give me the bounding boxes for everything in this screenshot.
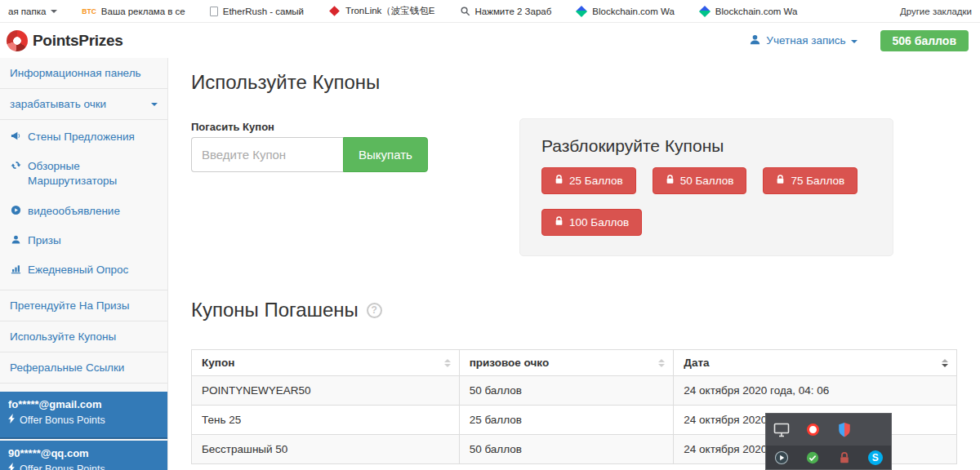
- cell-coupon: POINTYNEWYEAR50: [192, 376, 460, 406]
- redeem-input-group: Выкупать: [191, 137, 428, 172]
- chevron-down-icon: [151, 103, 158, 106]
- tray-row: S: [766, 446, 891, 469]
- refresh-icon: [11, 160, 21, 173]
- cell-points: 50 баллов: [459, 376, 674, 406]
- skype-icon[interactable]: S: [868, 450, 883, 465]
- sidebar-item-label: Реферальные Ссылки: [10, 361, 124, 374]
- bookmark-item[interactable]: Нажмите 2 Зараб: [460, 6, 552, 16]
- unlock-100-button[interactable]: 100 Баллов: [541, 209, 642, 236]
- checkmark-icon[interactable]: [806, 451, 819, 464]
- lock-icon: [776, 175, 785, 187]
- referral-email: 90*****@qq.com: [8, 447, 159, 459]
- lock-icon[interactable]: [839, 451, 850, 464]
- help-icon[interactable]: ?: [367, 303, 382, 318]
- sidebar-item-prizes[interactable]: Призы: [0, 226, 167, 255]
- megaphone-icon: [11, 131, 21, 144]
- coupon-input[interactable]: [191, 137, 343, 172]
- referral-entry[interactable]: 90*****@qq.com Offer Bonus Points: [0, 441, 167, 470]
- sort-desc-icon: [942, 359, 948, 367]
- cell-points: 50 баллов: [459, 435, 674, 464]
- bookmark-label: Нажмите 2 Зараб: [475, 7, 552, 16]
- user-icon: [11, 234, 21, 247]
- referral-entry[interactable]: fo*****@gmail.com Offer Bonus Points: [0, 392, 167, 439]
- column-label: Купон: [202, 357, 234, 369]
- sort-icon: [658, 359, 665, 367]
- sidebar-item-label: Призы: [28, 233, 61, 248]
- unlock-button-label: 50 Баллов: [680, 175, 734, 187]
- unlock-75-button[interactable]: 75 Баллов: [763, 167, 858, 194]
- bolt-icon: [8, 463, 16, 470]
- cell-points: 25 баллов: [459, 406, 674, 435]
- column-header-date[interactable]: Дата: [674, 350, 957, 376]
- bolt-icon: [8, 414, 16, 426]
- bookmarks-bar: ая папка BTC Ваша реклама в се EtherRush…: [0, 0, 980, 23]
- pointsprizes-logo-icon: [7, 30, 28, 51]
- referral-email: fo*****@gmail.com: [8, 398, 159, 410]
- unlock-50-button[interactable]: 50 Баллов: [653, 167, 747, 194]
- display-icon[interactable]: [773, 422, 791, 438]
- referral-note-label: Offer Bonus Points: [20, 415, 105, 426]
- media-play-icon[interactable]: [774, 450, 789, 465]
- sidebar-item-dashboard[interactable]: Информационная панель: [0, 58, 167, 89]
- account-menu[interactable]: Учетная запись: [749, 33, 857, 48]
- column-label: призовое очко: [470, 357, 550, 369]
- lock-icon: [666, 175, 675, 187]
- bookmark-label: Blockchain.com Wa: [592, 7, 675, 16]
- opera-icon[interactable]: [807, 423, 819, 436]
- column-header-coupon[interactable]: Купон: [192, 350, 460, 376]
- redeem-coupon-label: Погасить Купон: [191, 121, 274, 133]
- bookmark-label: Blockchain.com Wa: [715, 7, 798, 16]
- sidebar-item-earn-points[interactable]: зарабатывать очки: [0, 89, 167, 120]
- colored-grid-icon[interactable]: [868, 423, 882, 437]
- btc-icon: BTC: [82, 7, 96, 16]
- sidebar-item-video-ads[interactable]: видеообъявление: [0, 197, 167, 226]
- lock-icon: [555, 175, 564, 187]
- sidebar-item-offer-walls[interactable]: Стены Предложения: [0, 122, 167, 152]
- sidebar-item-label: зарабатывать очки: [10, 98, 106, 110]
- redeem-button[interactable]: Выкупать: [343, 137, 428, 172]
- table-header-row: Купон призовое очко Дата: [192, 350, 957, 376]
- sidebar-item-referral-links[interactable]: Реферальные Ссылки: [0, 352, 167, 384]
- unlock-25-button[interactable]: 25 Баллов: [541, 167, 636, 194]
- search-icon: [460, 6, 470, 16]
- bookmark-item[interactable]: Blockchain.com Wa: [576, 7, 675, 16]
- column-label: Дата: [684, 357, 709, 369]
- account-label: Учетная запись: [766, 34, 845, 47]
- document-icon: [210, 7, 218, 16]
- sidebar-item-label: Используйте Купоны: [10, 330, 116, 343]
- shield-icon[interactable]: [837, 422, 852, 438]
- chart-icon: [11, 264, 21, 277]
- bookmark-label: ая папка: [8, 7, 46, 16]
- sidebar-item-survey-routers[interactable]: Обзорные Маршрутизаторы: [0, 152, 167, 196]
- redeemed-coupons-title: Купоны Погашены ?: [191, 299, 382, 321]
- chevron-down-icon: [851, 40, 858, 43]
- sidebar-item-label: видеообъявление: [28, 204, 120, 219]
- bookmark-item[interactable]: EtherRush - самый: [210, 7, 304, 16]
- bookmark-item[interactable]: BTC Ваша реклама в се: [82, 7, 185, 16]
- sidebar-item-use-coupons[interactable]: Используйте Купоны: [0, 321, 167, 352]
- brand-logo[interactable]: PointsPrizes: [7, 30, 122, 51]
- bookmark-item[interactable]: Blockchain.com Wa: [699, 7, 798, 16]
- sidebar-item-claim-prizes[interactable]: Претендуйте На Призы: [0, 290, 167, 321]
- sidebar-item-label: Стены Предложения: [28, 130, 135, 144]
- points-balance-badge[interactable]: 506 баллов: [880, 30, 969, 51]
- tray-row: [766, 414, 891, 446]
- sidebar: Информационная панель зарабатывать очки …: [0, 58, 168, 470]
- other-bookmarks-button[interactable]: Другие закладки: [900, 7, 972, 16]
- referral-note-label: Offer Bonus Points: [20, 463, 105, 470]
- unlock-coupons-card: Разблокируйте Купоны 25 Баллов 50 Баллов…: [519, 118, 893, 256]
- unlock-button-label: 25 Баллов: [569, 175, 623, 187]
- system-tray-flyout: S: [765, 413, 892, 470]
- bookmark-folder[interactable]: ая папка: [8, 7, 57, 16]
- sidebar-item-label: Информационная панель: [10, 67, 141, 79]
- redeemed-coupons-title-label: Купоны Погашены: [191, 299, 359, 321]
- bookmark-item[interactable]: TronLink（波宝钱包E: [328, 5, 435, 17]
- page-title: Используйте Купоны: [191, 71, 380, 94]
- sidebar-item-label: Обзорные Маршрутизаторы: [28, 159, 150, 188]
- lock-icon: [555, 216, 564, 228]
- sidebar-item-daily-poll[interactable]: Ежедневный Опрос: [0, 255, 167, 285]
- cell-coupon: Тень 25: [192, 406, 460, 435]
- referral-note: Offer Bonus Points: [8, 414, 159, 426]
- column-header-points[interactable]: призовое очко: [459, 350, 674, 376]
- tronlink-icon: [329, 6, 340, 16]
